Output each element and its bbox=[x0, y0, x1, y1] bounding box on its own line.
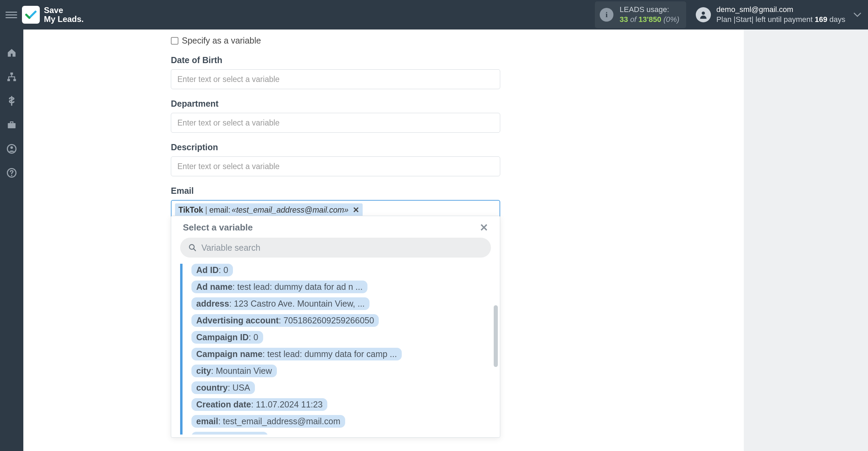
svg-rect-2 bbox=[8, 79, 10, 81]
variable-value: : test_email_address@mail.com bbox=[218, 416, 340, 426]
variable-value: : 7051862609259266050 bbox=[279, 316, 374, 325]
svg-rect-4 bbox=[8, 123, 16, 128]
variable-search-input[interactable]: Variable search bbox=[180, 238, 491, 258]
help-icon[interactable] bbox=[5, 166, 19, 180]
variable-list[interactable]: Ad ID: 0Ad name: test lead: dummy data f… bbox=[180, 264, 496, 435]
dob-input[interactable]: Enter text or select a variable bbox=[171, 69, 500, 89]
dropdown-close-icon[interactable]: ✕ bbox=[480, 223, 488, 233]
variable-key: country bbox=[196, 383, 228, 393]
variable-value: : Mountain View bbox=[211, 366, 272, 376]
tag-source: TikTok bbox=[178, 205, 203, 215]
list-scrollbar[interactable] bbox=[494, 305, 498, 367]
variable-key: city bbox=[196, 366, 211, 376]
variable-key: address bbox=[196, 299, 229, 309]
svg-rect-1 bbox=[10, 73, 13, 75]
variable-item[interactable]: city: Mountain View bbox=[191, 365, 277, 377]
variable-dropdown: Select a variable ✕ Variable search Ad I… bbox=[171, 216, 500, 438]
variable-key: first_name bbox=[196, 433, 239, 435]
usage-percent: (0%) bbox=[664, 15, 679, 24]
account-plan: Plan |Start| left until payment 169 days bbox=[716, 15, 845, 25]
dob-label: Date of Birth bbox=[171, 55, 723, 65]
variable-value: : test lead: dummy data for ad n ... bbox=[233, 282, 363, 292]
variable-key: Ad ID bbox=[196, 265, 219, 275]
description-label: Description bbox=[171, 142, 723, 152]
variable-item[interactable]: email: test_email_address@mail.com bbox=[191, 415, 345, 428]
usage-label: LEADS usage: bbox=[620, 5, 679, 15]
content-area: Specify as a variable Date of Birth Ente… bbox=[23, 29, 868, 451]
variable-value: : 0 bbox=[219, 265, 228, 275]
variable-value: : Jane bbox=[239, 433, 263, 435]
variable-item[interactable]: Campaign name: test lead: dummy data for… bbox=[191, 348, 402, 360]
tag-remove-icon[interactable]: ✕ bbox=[353, 205, 359, 215]
plan-prefix: Plan | bbox=[716, 15, 736, 24]
profile-icon[interactable] bbox=[5, 142, 19, 156]
app-header: Save My Leads. i LEADS usage: 33 of 13'8… bbox=[0, 0, 868, 29]
variable-item[interactable]: Ad ID: 0 bbox=[191, 264, 233, 276]
usage-of: of bbox=[630, 15, 636, 24]
svg-point-8 bbox=[11, 175, 12, 176]
variable-item[interactable]: Campaign ID: 0 bbox=[191, 331, 263, 344]
specify-as-variable-checkbox[interactable] bbox=[171, 37, 178, 45]
description-input[interactable]: Enter text or select a variable bbox=[171, 156, 500, 176]
variable-search-placeholder: Variable search bbox=[201, 243, 260, 253]
variable-value: : USA bbox=[228, 383, 250, 393]
tag-value: «test_email_address@mail.com» bbox=[232, 205, 348, 215]
plan-mid: | left until payment bbox=[751, 15, 814, 24]
brand-line-2: My Leads. bbox=[44, 15, 84, 24]
email-label: Email bbox=[171, 186, 723, 196]
dropdown-header: Select a variable ✕ bbox=[171, 216, 500, 238]
variable-item[interactable]: first_name: Jane bbox=[191, 432, 268, 435]
form-card: Specify as a variable Date of Birth Ente… bbox=[23, 29, 744, 451]
department-input[interactable]: Enter text or select a variable bbox=[171, 113, 500, 133]
brand-line-1: Save bbox=[44, 6, 84, 15]
tag-key: email: bbox=[209, 205, 230, 215]
variable-value: : test lead: dummy data for camp ... bbox=[262, 349, 397, 359]
variable-key: Advertising account bbox=[196, 316, 279, 325]
sidebar bbox=[0, 29, 23, 451]
plan-days: 169 bbox=[815, 15, 828, 24]
usage-used: 33 bbox=[620, 15, 628, 24]
specify-as-variable-label: Specify as a variable bbox=[182, 36, 261, 46]
menu-toggle-icon[interactable] bbox=[5, 9, 17, 21]
variable-item[interactable]: Creation date: 11.07.2024 11:23 bbox=[191, 398, 327, 411]
usage-text: LEADS usage: 33 of 13'850 (0%) bbox=[620, 5, 679, 24]
connections-icon[interactable] bbox=[5, 70, 19, 84]
avatar-icon bbox=[696, 7, 711, 22]
variable-value: : 123 Castro Ave. Mountain View, ... bbox=[229, 299, 365, 309]
dob-placeholder: Enter text or select a variable bbox=[177, 75, 280, 84]
home-icon[interactable] bbox=[5, 46, 19, 60]
variable-item[interactable]: Advertising account: 7051862609259266050 bbox=[191, 314, 379, 327]
variable-item[interactable]: country: USA bbox=[191, 381, 255, 394]
variable-key: Creation date bbox=[196, 400, 251, 410]
specify-as-variable-row[interactable]: Specify as a variable bbox=[171, 36, 723, 46]
plan-days-suffix: days bbox=[827, 15, 845, 24]
plan-name: Start bbox=[736, 15, 751, 24]
description-placeholder: Enter text or select a variable bbox=[177, 162, 280, 171]
variable-key: Ad name bbox=[196, 282, 233, 292]
brand-name: Save My Leads. bbox=[44, 6, 84, 24]
variable-key: email bbox=[196, 416, 218, 426]
dropdown-title: Select a variable bbox=[183, 222, 253, 233]
variable-value: : 0 bbox=[249, 332, 258, 342]
billing-icon[interactable] bbox=[5, 94, 19, 108]
briefcase-icon[interactable] bbox=[5, 118, 19, 132]
department-placeholder: Enter text or select a variable bbox=[177, 118, 280, 128]
account-chevron-down-icon[interactable] bbox=[852, 10, 863, 20]
account-email: demo_sml@gmail.com bbox=[716, 5, 845, 15]
svg-rect-3 bbox=[13, 79, 16, 81]
usage-total: 13'850 bbox=[638, 15, 661, 24]
variable-key: Campaign ID bbox=[196, 332, 249, 342]
svg-point-6 bbox=[10, 146, 13, 149]
leads-usage-box[interactable]: i LEADS usage: 33 of 13'850 (0%) bbox=[595, 1, 686, 28]
department-label: Department bbox=[171, 99, 723, 109]
variable-item[interactable]: address: 123 Castro Ave. Mountain View, … bbox=[191, 297, 370, 310]
variable-key: Campaign name bbox=[196, 349, 262, 359]
variable-value: : 11.07.2024 11:23 bbox=[251, 400, 323, 410]
search-icon bbox=[188, 244, 197, 252]
brand-logo[interactable] bbox=[22, 6, 40, 24]
account-block[interactable]: demo_sml@gmail.com Plan |Start| left unt… bbox=[696, 5, 845, 24]
tag-sep: | bbox=[204, 205, 208, 215]
info-icon: i bbox=[600, 8, 613, 22]
variable-item[interactable]: Ad name: test lead: dummy data for ad n … bbox=[191, 281, 367, 293]
email-variable-tag[interactable]: TikTok | email: «test_email_address@mail… bbox=[175, 203, 363, 217]
